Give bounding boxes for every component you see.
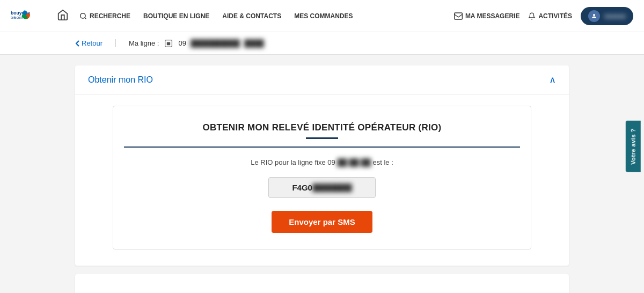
user-menu-button[interactable]: ●●●●●●: [581, 7, 633, 25]
svg-point-5: [80, 13, 85, 18]
svg-point-8: [593, 14, 595, 16]
navbar: bouygues telecom RECHERCHE BOUTIQUE EN L…: [0, 0, 644, 32]
nav-messagerie[interactable]: MA MESSAGERIE: [454, 12, 520, 20]
phone-label-masked: ████: [244, 39, 264, 47]
rio-card: OBTENIR MON RELEVÉ IDENTITÉ OPÉRATEUR (R…: [113, 106, 531, 250]
phone-number-masked: ██████████: [191, 39, 240, 47]
send-sms-button[interactable]: Envoyer par SMS: [272, 211, 372, 233]
accordion-header[interactable]: Obtenir mon RIO ∧: [75, 65, 569, 94]
rio-code-box: F4G0 ████████: [268, 177, 376, 198]
nav-commandes[interactable]: MES COMMANDES: [294, 12, 353, 20]
nav-activites[interactable]: ACTIVITÉS: [528, 12, 572, 20]
nav-boutique[interactable]: BOUTIQUE EN LIGNE: [143, 12, 209, 20]
accordion-body: OBTENIR MON RELEVÉ IDENTITÉ OPÉRATEUR (R…: [75, 94, 569, 266]
back-link[interactable]: Retour: [75, 39, 116, 47]
nav-recherche[interactable]: RECHERCHE: [79, 12, 130, 20]
rio-description: Le RIO pour la ligne fixe 09 ██ ██ ██ es…: [124, 158, 520, 166]
rio-phone-masked: ██ ██ ██: [337, 158, 372, 166]
nav-aide[interactable]: AIDE & CONTACTS: [222, 12, 281, 20]
feedback-tab[interactable]: Votre avis ?: [626, 121, 641, 172]
logo[interactable]: bouygues telecom: [11, 6, 30, 26]
svg-text:telecom: telecom: [11, 16, 23, 19]
svg-rect-10: [167, 42, 170, 45]
rio-code-masked: ████████: [312, 184, 352, 192]
accordion-obtenir-rio: Obtenir mon RIO ∧ OBTENIR MON RELEVÉ IDE…: [75, 65, 569, 266]
bottom-section: [75, 274, 569, 293]
avatar: [588, 10, 600, 22]
chevron-up-icon: ∧: [549, 74, 556, 86]
ma-ligne: Ma ligne : 09 ██████████ ████: [129, 39, 264, 48]
title-underline: [306, 137, 338, 139]
svg-line-6: [85, 17, 86, 19]
nav-right: MA MESSAGERIE ACTIVITÉS ●●●●●●: [454, 7, 633, 25]
main-content: Obtenir mon RIO ∧ OBTENIR MON RELEVÉ IDE…: [0, 55, 644, 293]
svg-rect-7: [455, 13, 463, 19]
rio-card-title: OBTENIR MON RELEVÉ IDENTITÉ OPÉRATEUR (R…: [124, 122, 520, 148]
subheader: Retour Ma ligne : 09 ██████████ ████: [0, 32, 644, 55]
accordion-title: Obtenir mon RIO: [88, 75, 153, 85]
nav-links: RECHERCHE BOUTIQUE EN LIGNE AIDE & CONTA…: [79, 12, 454, 20]
home-button[interactable]: [57, 9, 69, 23]
